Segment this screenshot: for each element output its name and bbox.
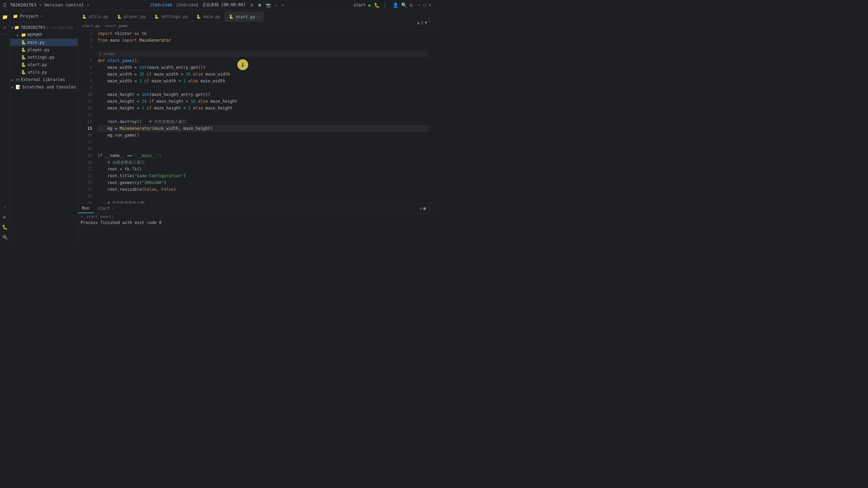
tab-player-label: player.py (124, 14, 146, 19)
run-restart-icon[interactable]: ↺ (420, 206, 422, 211)
tab-start-label: start.py (236, 15, 255, 19)
line-num-12: 12 (78, 105, 92, 111)
activity-debug-icon[interactable]: 🐛 (1, 223, 9, 231)
line-num-19: 19 (78, 152, 92, 159)
line-num-9: 9 (78, 84, 92, 91)
bottom-tab-start-close[interactable]: ✕ (112, 206, 114, 210)
code-line-13 (98, 111, 429, 118)
search-icon[interactable]: 🔍 (401, 2, 407, 8)
editor-area: 🐍 utils.py 🐍 player.py 🐍 settings.py 🐍 m… (78, 10, 434, 244)
screenshot-icon[interactable]: 📷 (266, 3, 271, 7)
line-num-3: 3 (78, 44, 92, 50)
tree-utils-item[interactable]: ▶ 🐍 utils.py (10, 68, 78, 76)
tree-extlibs-label: External Libraries (21, 77, 65, 82)
hamburger-menu-icon[interactable]: ☰ (3, 2, 7, 8)
line-num-24: 24 (78, 186, 92, 193)
tree-root-path: D:\ptjobs\TB2... (46, 26, 78, 29)
activity-plugins-icon[interactable]: 🔌 (1, 233, 9, 241)
stop-icon[interactable]: ⏹ (258, 3, 262, 7)
close-btn[interactable]: ✕ (429, 2, 431, 7)
line-num-23: 23 (78, 179, 92, 186)
panel-header: 📁 Project ▾ (10, 10, 78, 22)
tree-utils-label: utils.py (27, 70, 47, 75)
activity-run-icon[interactable]: ▶ (1, 213, 9, 221)
tree-root-item[interactable]: ▼ 📁 TB20202763 D:\ptjobs\TB2... (10, 24, 78, 31)
tab-start[interactable]: 🐍 start.py ✕ (225, 12, 264, 22)
bottom-start-label: start (98, 206, 110, 211)
debug-button[interactable]: 🐛 (374, 2, 380, 8)
run-more-icon[interactable]: ⋮ (427, 206, 431, 211)
pause-icon[interactable]: ⏸ (250, 3, 254, 7)
code-line-10: maze_height = int(maze_height_entry.get(… (98, 91, 429, 98)
tab-settings[interactable]: 🐍 settings.py (150, 12, 192, 22)
tab-maze[interactable]: 🐍 maze.py (192, 12, 225, 22)
code-line-25 (98, 193, 429, 200)
run-path: → start_game() (81, 215, 431, 219)
editor-scrollbar[interactable] (431, 30, 434, 203)
line-num-17: 17 (78, 139, 92, 145)
tree-player-item[interactable]: ▶ 🐍 player.py (10, 46, 78, 54)
line-num-15: 15 (78, 125, 92, 132)
run-button[interactable]: ▶ (369, 2, 371, 8)
tab-utils[interactable]: 🐍 utils.py (78, 12, 113, 22)
tooltip-circle[interactable]: i (237, 59, 248, 70)
tab-bar: 🐍 utils.py 🐍 player.py 🐍 settings.py 🐍 m… (78, 10, 434, 22)
tree-extlibs-arrow: ▶ (12, 78, 15, 82)
tree-extlibs-item[interactable]: ▶ 🗃 External Libraries (10, 76, 78, 83)
close-record-icon[interactable]: ✕ (281, 3, 284, 7)
code-area[interactable]: import tkinter as tk from maze import Ma… (95, 30, 431, 203)
breadcrumb-function: start_game (105, 24, 127, 28)
line-num-13: 13 (78, 111, 92, 118)
folder-icon: 📁 (13, 14, 18, 19)
activity-bar: 📁 ✔ ⚠ ▶ 🐛 🔌 (0, 10, 10, 244)
settings-icon[interactable]: ⚙ (410, 2, 412, 8)
tree-root-label: TB20202763 (21, 25, 45, 30)
line-num-7: 7 (78, 71, 92, 78)
project-name[interactable]: TB20202763 (10, 2, 36, 7)
line-num-21: 21 (78, 166, 92, 172)
tree-maze-item[interactable]: ▶ 🐍 maze.py (10, 39, 78, 46)
run-tab-label: Run (82, 206, 90, 210)
code-line-2: from maze import MazeGenerator (98, 37, 429, 44)
pencil-icon[interactable]: ✏ (275, 3, 277, 7)
tree-report-label: REPORT (27, 33, 42, 37)
activity-commit-icon[interactable]: ✔ (1, 23, 9, 31)
tree-report-item[interactable]: ▶ 📁 REPORT (10, 31, 78, 39)
version-control[interactable]: Version control (44, 2, 84, 7)
code-line-15: mg = MazeGenerator(maze_width, maze_heig… (98, 125, 429, 132)
bottom-panel: Run start ✕ ↺ ■ ⋮ → start_game() (78, 203, 434, 244)
tree-scratches-item[interactable]: ▶ 📝 Scratches and Consoles (10, 83, 78, 91)
tree-start-label: start.py (27, 62, 47, 67)
tree-settings-label: settings.py (27, 55, 54, 60)
line-num-5: 5 (78, 57, 92, 64)
line-num-25: 25 (78, 193, 92, 200)
tree-settings-item[interactable]: ▶ 🐍 settings.py (10, 54, 78, 61)
line-num-14: 14 (78, 118, 92, 125)
code-line-20: # 创建参数输入窗口 (98, 159, 429, 166)
line-num-8: 8 (78, 78, 92, 84)
activity-project-icon[interactable]: 📁 (1, 13, 9, 21)
code-line-16: ● mg.run_game() (98, 132, 429, 139)
bottom-tab-start[interactable]: start ✕ (94, 204, 118, 213)
project-panel: 📁 Project ▾ ▼ 📁 TB20202763 D:\ptjobs\TB2… (10, 10, 78, 244)
tab-start-close[interactable]: ✕ (257, 15, 259, 19)
utils-file-icon: 🐍 (21, 70, 26, 75)
extlibs-folder-icon: 🗃 (16, 77, 20, 82)
more-actions-icon[interactable]: ⋮ (382, 2, 387, 8)
minimize-btn[interactable]: ─ (418, 2, 421, 7)
bottom-tab-run[interactable]: Run (78, 204, 94, 213)
tree-start-item[interactable]: ▶ 🐍 start.py (10, 61, 78, 68)
tab-player[interactable]: 🐍 player.py (113, 12, 150, 22)
line-num-16: 16 (78, 132, 92, 139)
run-output-text: Process finished with exit code 0 (81, 220, 161, 225)
activity-problems-icon[interactable]: ⚠ (1, 203, 9, 211)
line-num-20: 20 (78, 159, 92, 166)
code-line-22: root.title("Game Configuration") (98, 172, 429, 179)
line-numbers: 1 2 3 5 6 7 8 9 10 11 12 13 14 15 16 17 (78, 30, 95, 203)
panel-chevron-icon[interactable]: ▾ (41, 14, 43, 18)
title-bar-left: ☰ TB20202763 ▾ Version control ▾ (3, 2, 89, 8)
account-icon[interactable]: 👤 (393, 2, 398, 8)
run-config-label[interactable]: start (354, 3, 366, 7)
maximize-btn[interactable]: □ (423, 2, 426, 7)
run-stop-icon[interactable]: ■ (423, 206, 426, 211)
